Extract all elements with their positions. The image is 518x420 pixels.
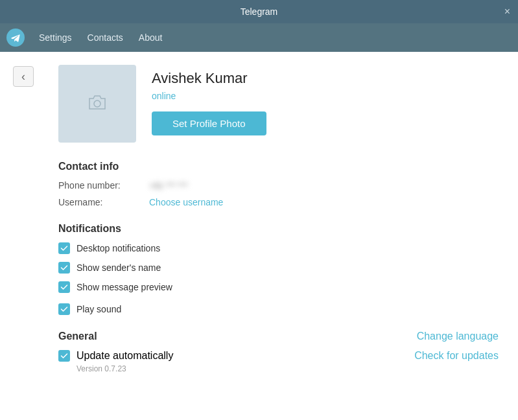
update-left: Update automatically (58, 350, 173, 362)
telegram-icon (10, 32, 21, 43)
show-sender-row: Show sender's name (58, 262, 499, 274)
desktop-notifications-checkbox[interactable] (58, 242, 70, 254)
general-section: General Change language Update automatic… (58, 331, 499, 373)
back-icon: ‹ (21, 70, 25, 84)
update-label: Update automatically (77, 350, 173, 362)
menu-about[interactable]: About (132, 29, 169, 47)
app-title: Telegram (241, 6, 278, 17)
show-preview-checkbox[interactable] (58, 281, 70, 293)
update-checkbox[interactable] (58, 350, 70, 362)
desktop-notifications-label: Desktop notifications (77, 243, 160, 253)
menu-bar: Settings Contacts About (0, 23, 518, 52)
general-title: General (58, 331, 97, 342)
profile-name: Avishek Kumar (152, 70, 266, 87)
username-row: Username: Choose username (58, 197, 499, 207)
show-sender-checkbox[interactable] (58, 262, 70, 274)
notifications-section: Notifications Desktop notifications Show… (58, 223, 499, 315)
phone-row: Phone number: +91 *** *** (58, 180, 499, 191)
show-sender-label: Show sender's name (77, 262, 161, 273)
choose-username-link[interactable]: Choose username (149, 197, 223, 207)
general-header: General Change language (58, 331, 499, 342)
profile-info: Avishek Kumar online Set Profile Photo (152, 65, 266, 135)
phone-value: +91 *** *** (149, 181, 188, 191)
play-sound-row: Play sound (58, 303, 499, 315)
username-label: Username: (58, 197, 149, 207)
profile-section: Avishek Kumar online Set Profile Photo (58, 65, 499, 143)
contact-info-title: Contact info (58, 161, 499, 172)
title-bar: Telegram × (0, 0, 518, 23)
set-photo-button[interactable]: Set Profile Photo (152, 111, 266, 135)
phone-label: Phone number: (58, 180, 149, 191)
desktop-notifications-row: Desktop notifications (58, 242, 499, 254)
show-preview-label: Show message preview (77, 282, 172, 292)
profile-status: online (152, 91, 266, 101)
contact-info-section: Contact info Phone number: +91 *** *** U… (58, 161, 499, 207)
check-updates-link[interactable]: Check for updates (414, 350, 499, 362)
menu-settings[interactable]: Settings (32, 29, 78, 47)
show-preview-row: Show message preview (58, 281, 499, 293)
change-language-link[interactable]: Change language (417, 331, 499, 342)
content-area: ‹ Avishek Kumar online Set Profile Photo… (0, 52, 518, 420)
back-button[interactable]: ‹ (13, 66, 34, 87)
menu-contacts[interactable]: Contacts (81, 29, 130, 47)
play-sound-label: Play sound (77, 304, 121, 314)
profile-avatar (58, 65, 136, 143)
update-row: Update automatically Check for updates (58, 350, 499, 362)
close-button[interactable]: × (504, 6, 510, 17)
play-sound-checkbox[interactable] (58, 303, 70, 315)
camera-icon (84, 89, 110, 118)
app-logo (6, 29, 25, 47)
version-text: Version 0.7.23 (77, 364, 499, 373)
svg-point-0 (94, 100, 100, 107)
notifications-title: Notifications (58, 223, 499, 235)
